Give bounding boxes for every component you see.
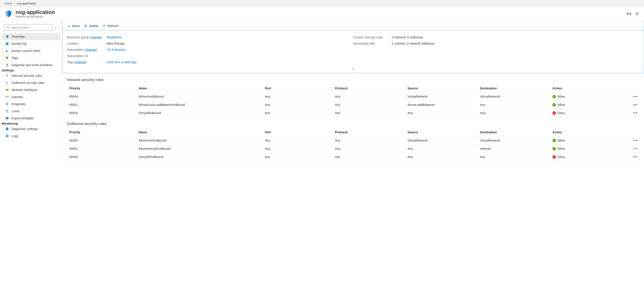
col-protocol[interactable]: Protocol — [333, 84, 406, 92]
svg-rect-15 — [8, 96, 8, 97]
sidebar-item-properties[interactable]: Properties — [2, 100, 60, 108]
table-row[interactable]: 65500DenyAllInBoundAnyAnyAnyAny✕Deny••• — [67, 109, 640, 117]
page-title: nsg-application — [16, 9, 55, 15]
svg-rect-20 — [6, 111, 8, 112]
col-source[interactable]: Source — [406, 84, 478, 92]
row-context-menu-button[interactable]: ••• — [616, 136, 640, 145]
add-tags-link[interactable]: Click here to add tags — [107, 60, 136, 64]
sidebar-item-label: Diagnose and solve problems — [12, 63, 52, 67]
collapse-essentials-icon[interactable]: ︽ — [67, 65, 639, 71]
table-row[interactable]: 65500DenyAllOutBoundAnyAnyAnyAny✕Deny••• — [67, 153, 640, 161]
col-source[interactable]: Source — [406, 128, 478, 136]
sidebar-item-tags[interactable]: Tags — [2, 54, 60, 61]
sidebar-item-access-control[interactable]: Access control (IAM) — [2, 47, 60, 54]
sidebar-item-inbound-rules[interactable]: Inbound security rules — [2, 72, 60, 79]
col-name[interactable]: Name — [137, 128, 263, 136]
resource-group-link[interactable]: blogdemos — [107, 35, 122, 39]
sidebar-item-subnets[interactable]: Subnets — [2, 93, 60, 100]
svg-rect-11 — [6, 89, 7, 90]
activity-log-icon — [5, 42, 9, 45]
deny-icon: ✕ — [552, 111, 556, 115]
sidebar-item-overview[interactable]: Overview — [2, 33, 60, 40]
table-row[interactable]: 65000AllowVnetInBoundAnyAnyVirtualNetwor… — [67, 92, 640, 101]
svg-point-24 — [7, 128, 8, 129]
col-action[interactable]: Action — [551, 128, 616, 136]
diagnose-icon — [5, 63, 9, 67]
cell-name: DenyAllInBound — [137, 109, 263, 117]
sidebar-item-network-interfaces[interactable]: Network interfaces — [2, 86, 60, 93]
change-resource-group-link[interactable]: change — [91, 35, 101, 39]
cell-action: ✓Allow — [551, 136, 616, 145]
location-value: West Europe — [107, 42, 124, 45]
col-action[interactable]: Action — [551, 84, 616, 92]
cell-priority: 65500 — [67, 109, 137, 117]
sidebar-item-label: Network interfaces — [12, 88, 37, 92]
table-row[interactable]: 65001AllowInternetOutBoundAnyAnyAnyInter… — [67, 145, 640, 153]
search-field[interactable] — [11, 26, 51, 29]
breadcrumb-home-link[interactable]: Home — [4, 2, 12, 5]
col-destination[interactable]: Destination — [478, 84, 551, 92]
allow-icon: ✓ — [552, 95, 556, 98]
sidebar-item-diagnostic-settings[interactable]: Diagnostic settings — [2, 125, 60, 132]
row-context-menu-button[interactable]: ••• — [616, 109, 640, 117]
move-button[interactable]: Move — [67, 24, 80, 28]
location-label: Location — [67, 42, 104, 45]
cell-name: AllowVnetOutBound — [137, 136, 263, 145]
row-context-menu-button[interactable]: ••• — [616, 145, 640, 153]
essentials-panel: Resource group (change) : blogdemos Loca… — [62, 31, 644, 73]
cell-name: DenyAllOutBound — [137, 153, 263, 161]
col-destination[interactable]: Destination — [478, 128, 551, 136]
close-icon[interactable] — [635, 11, 640, 16]
table-row[interactable]: 65001AllowAzureLoadBalancerInBoundAnyAny… — [67, 101, 640, 109]
change-subscription-link[interactable]: change — [86, 48, 96, 51]
sidebar-item-export-template[interactable]: Export template — [2, 115, 60, 122]
subscription-link[interactable]: VS Enterprise — [107, 48, 126, 51]
sidebar-item-label: Properties — [12, 102, 26, 106]
row-context-menu-button[interactable]: ••• — [616, 92, 640, 101]
sidebar-item-diagnose[interactable]: Diagnose and solve problems — [2, 61, 60, 68]
collapse-sidebar-icon[interactable]: « — [54, 25, 58, 30]
delete-label: Delete — [89, 24, 98, 28]
search-icon — [6, 26, 10, 29]
delete-button[interactable]: Delete — [84, 24, 98, 28]
cell-port: Any — [263, 145, 333, 153]
inbound-icon — [5, 74, 9, 77]
resource-header: nsg-application Network security group — [0, 7, 644, 21]
logs-icon — [5, 134, 9, 138]
col-protocol[interactable]: Protocol — [333, 128, 406, 136]
col-priority[interactable]: Priority — [67, 128, 137, 136]
pin-icon[interactable] — [627, 11, 632, 16]
cell-protocol: Any — [333, 101, 406, 109]
associated-with-label: Associated with — [353, 42, 389, 45]
diagnostic-settings-icon — [5, 127, 9, 131]
svg-rect-19 — [8, 103, 8, 105]
cell-action: ✓Allow — [551, 101, 616, 109]
col-port[interactable]: Port — [263, 84, 333, 92]
search-input[interactable] — [4, 24, 53, 31]
row-context-menu-button[interactable]: ••• — [616, 101, 640, 109]
cell-protocol: Any — [333, 109, 406, 117]
outbound-section-title: Outbound security rules — [62, 117, 644, 128]
svg-rect-4 — [6, 44, 8, 44]
sidebar-item-outbound-rules[interactable]: Outbound security rules — [2, 79, 60, 86]
breadcrumb-separator: › — [14, 2, 15, 5]
svg-point-0 — [7, 26, 9, 28]
row-context-menu-button[interactable]: ••• — [616, 153, 640, 161]
refresh-button[interactable]: Refresh — [102, 24, 118, 28]
sidebar-item-locks[interactable]: Locks — [2, 108, 60, 115]
col-port[interactable]: Port — [263, 128, 333, 136]
col-priority[interactable]: Priority — [67, 84, 137, 92]
shield-icon — [5, 35, 9, 38]
svg-point-7 — [6, 57, 7, 57]
sidebar-item-logs[interactable]: Logs — [2, 132, 60, 140]
network-interface-icon — [5, 88, 9, 92]
inbound-rules-table: Priority Name Port Protocol Source Desti… — [67, 84, 640, 117]
cell-source: VirtualNetwork — [406, 92, 478, 101]
trash-icon — [84, 24, 87, 28]
change-tags-link[interactable]: change — [75, 60, 86, 64]
table-row[interactable]: 65000AllowVnetOutBoundAnyAnyVirtualNetwo… — [67, 136, 640, 145]
col-name[interactable]: Name — [137, 84, 263, 92]
arrow-right-icon — [67, 24, 70, 28]
allow-icon: ✓ — [552, 139, 556, 142]
sidebar-item-activity-log[interactable]: Activity log — [2, 40, 60, 47]
